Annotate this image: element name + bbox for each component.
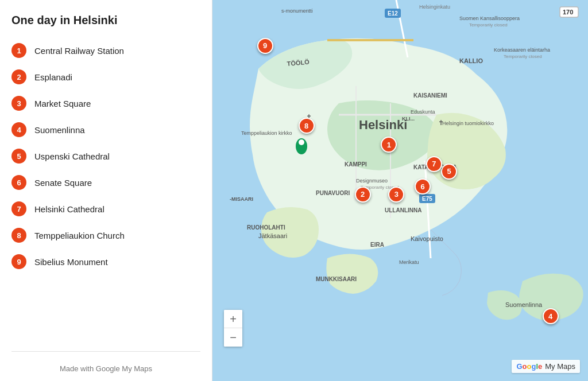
place-number-9: 9 [11, 254, 26, 269]
svg-text:KALLIO: KALLIO [459, 57, 483, 64]
footer-text: Made with Google My Maps [0, 356, 212, 381]
place-item-5[interactable]: 5 Uspenski Cathedral [6, 143, 212, 169]
place-item-7[interactable]: 7 Helsinki Cathedral [6, 196, 212, 222]
svg-text:Korkeasaaren eläintarha: Korkeasaaren eläintarha [494, 47, 550, 53]
place-number-4: 4 [11, 122, 26, 137]
map-marker-8[interactable]: 8 [299, 118, 315, 134]
svg-text:Designmuseo: Designmuseo [356, 178, 388, 184]
place-number-8: 8 [11, 228, 26, 243]
zoom-in-button[interactable]: + [224, 310, 242, 328]
google-mymaps-badge: Google My Maps [512, 360, 580, 373]
svg-text:-MISAARI: -MISAARI [230, 196, 253, 202]
place-number-5: 5 [11, 149, 26, 164]
svg-text:Helsinginkatu: Helsinginkatu [419, 4, 450, 10]
place-label-9: Sibelius Monument [34, 257, 108, 267]
svg-text:s-monumentti: s-monumentti [281, 8, 313, 14]
svg-text:Helsingin tuomiokirkko: Helsingin tuomiokirkko [442, 120, 494, 126]
divider [11, 351, 200, 352]
place-number-7: 7 [11, 201, 26, 216]
svg-text:170: 170 [563, 9, 573, 15]
place-item-4[interactable]: 4 Suomenlinna [6, 116, 212, 143]
map-marker-4[interactable]: 4 [543, 308, 559, 324]
place-number-1: 1 [11, 43, 26, 58]
place-number-3: 3 [11, 96, 26, 111]
svg-text:Temporarily closed: Temporarily closed [504, 54, 542, 59]
place-item-9[interactable]: 9 Sibelius Monument [6, 248, 212, 275]
svg-text:PUNAVUORI: PUNAVUORI [316, 190, 350, 196]
svg-text:Suomenlinna: Suomenlinna [505, 301, 543, 308]
svg-text:E12: E12 [388, 10, 398, 17]
map-marker-1[interactable]: 1 [381, 137, 397, 153]
svg-text:Kaivopuisto: Kaivopuisto [411, 235, 443, 242]
svg-text:KLI...: KLI... [402, 116, 415, 122]
place-item-2[interactable]: 2 Esplanadi [6, 64, 212, 90]
place-label-1: Central Railway Station [34, 46, 124, 56]
svg-text:Temporarily closed: Temporarily closed [469, 22, 508, 28]
map-area: Helsinki TÖÖLÖ KAMPPI PUNAVUORI KAISANIE… [212, 0, 588, 381]
place-label-4: Suomenlinna [34, 125, 85, 135]
mymaps-label: My Maps [545, 362, 575, 371]
map-marker-6[interactable]: 6 [415, 178, 431, 195]
place-label-2: Esplanadi [34, 72, 72, 82]
place-label-5: Uspenski Cathedral [34, 151, 110, 161]
map-marker-3[interactable]: 3 [388, 186, 404, 203]
svg-text:✝: ✝ [438, 119, 444, 127]
map-marker-2[interactable]: 2 [355, 186, 371, 203]
svg-text:RUOHOLAHTI: RUOHOLAHTI [247, 224, 285, 231]
svg-text:Jätkäsaari: Jätkäsaari [258, 232, 287, 239]
svg-text:Temppeliaukion kirkko: Temppeliaukion kirkko [241, 130, 292, 136]
place-item-6[interactable]: 6 Senate Square [6, 169, 212, 196]
svg-text:MUNKKISAARI: MUNKKISAARI [316, 276, 357, 282]
place-number-2: 2 [11, 69, 26, 84]
place-list: 1 Central Railway Station 2 Esplanadi 3 … [0, 37, 212, 347]
place-item-3[interactable]: 3 Market Square [6, 90, 212, 116]
svg-text:Eduskunta: Eduskunta [411, 109, 435, 115]
svg-text:Merikatu: Merikatu [399, 259, 419, 265]
map-marker-9[interactable]: 9 [257, 38, 273, 54]
sidebar: One day in Helsinki 1 Central Railway St… [0, 0, 212, 381]
svg-text:Suomen Kansallisooppera: Suomen Kansallisooppera [459, 15, 520, 21]
place-number-6: 6 [11, 175, 26, 190]
map-marker-7[interactable]: 7 [426, 156, 442, 172]
svg-text:ULLANLINNA: ULLANLINNA [385, 207, 421, 213]
place-label-6: Senate Square [34, 178, 92, 188]
svg-text:KAMPPI: KAMPPI [345, 161, 367, 168]
svg-point-44 [299, 139, 304, 145]
place-item-1[interactable]: 1 Central Railway Station [6, 37, 212, 64]
google-logo: Google [516, 362, 542, 371]
page-title: One day in Helsinki [0, 0, 212, 37]
zoom-controls: + − [224, 310, 242, 347]
svg-text:Helsinki: Helsinki [359, 118, 407, 132]
place-label-8: Temppeliaukion Church [34, 231, 125, 240]
map-marker-5[interactable]: 5 [441, 164, 457, 180]
svg-text:EIRA: EIRA [370, 242, 384, 248]
svg-text:KAISANIEMI: KAISANIEMI [413, 92, 447, 99]
zoom-out-button[interactable]: − [224, 328, 242, 347]
place-label-3: Market Square [34, 99, 91, 108]
place-label-7: Helsinki Cathedral [34, 204, 105, 214]
svg-text:E75: E75 [422, 196, 432, 202]
place-item-8[interactable]: 8 Temppeliaukion Church [6, 222, 212, 248]
